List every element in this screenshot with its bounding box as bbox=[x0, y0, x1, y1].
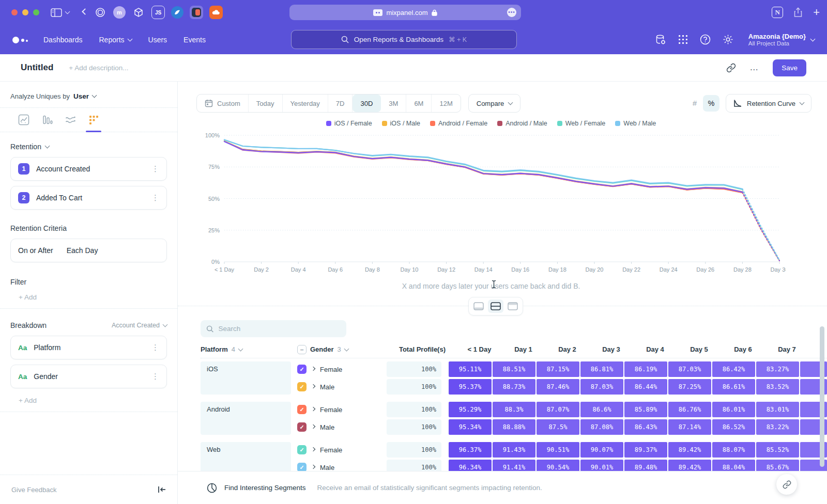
retention-cell[interactable]: 96.34% bbox=[449, 460, 492, 471]
retention-cell[interactable]: 85.52% bbox=[756, 442, 799, 458]
data-management-icon[interactable] bbox=[655, 34, 666, 45]
close-window-button[interactable] bbox=[11, 9, 18, 15]
series-checkbox[interactable]: ✓ bbox=[297, 365, 307, 374]
retention-cell[interactable]: 87.15% bbox=[537, 361, 579, 377]
retention-step-1[interactable]: 1 Account Created ⋮ bbox=[10, 157, 167, 181]
extension-cloud-icon[interactable] bbox=[209, 6, 223, 19]
retention-cell[interactable]: 86.81% bbox=[580, 361, 623, 377]
global-search[interactable]: Open Reports & Dashboards ⌘ + K bbox=[291, 30, 517, 49]
report-title[interactable]: Untitled bbox=[21, 62, 53, 73]
retention-grid-icon[interactable] bbox=[87, 114, 100, 126]
analyze-value-dropdown[interactable]: User bbox=[73, 92, 89, 100]
nav-dashboards[interactable]: Dashboards bbox=[43, 36, 83, 44]
bar-chart-icon[interactable] bbox=[41, 114, 53, 126]
retention-cell[interactable]: 90.51% bbox=[537, 442, 579, 458]
retention-cell[interactable]: 88.88% bbox=[493, 419, 535, 435]
more-options-icon[interactable]: … bbox=[749, 62, 759, 73]
collapse-sidebar-icon[interactable] bbox=[158, 486, 166, 493]
series-checkbox[interactable]: ✓ bbox=[297, 382, 307, 391]
flow-chart-icon[interactable] bbox=[64, 114, 76, 126]
nav-reports[interactable]: Reports bbox=[99, 36, 132, 44]
retention-cell[interactable]: 90.54% bbox=[537, 460, 579, 471]
legend-item[interactable]: Web / Female bbox=[557, 120, 606, 127]
extension-red-icon[interactable] bbox=[190, 6, 203, 19]
retention-cell[interactable]: 88.51% bbox=[493, 361, 535, 377]
range-custom[interactable]: Custom bbox=[197, 94, 249, 112]
step-options-icon[interactable]: ⋮ bbox=[151, 164, 159, 174]
retention-cell[interactable]: 90.07% bbox=[580, 442, 623, 458]
platform-column-header[interactable]: Platform 4 bbox=[201, 345, 297, 353]
breakdown-gender[interactable]: Aa Gender ⋮ bbox=[10, 365, 167, 388]
retention-cell[interactable]: 88.3% bbox=[493, 402, 535, 417]
day-column-header[interactable]: < 1 Day bbox=[458, 345, 501, 353]
retention-cell[interactable]: 87.08% bbox=[580, 419, 623, 435]
minimize-window-button[interactable] bbox=[22, 9, 28, 15]
help-icon[interactable] bbox=[700, 34, 711, 45]
retention-cell[interactable]: 95.29% bbox=[449, 402, 492, 417]
extension-bird-icon[interactable] bbox=[171, 6, 183, 19]
nav-users[interactable]: Users bbox=[148, 36, 167, 44]
retention-cell[interactable]: 91.41% bbox=[493, 460, 535, 471]
extensions-menu-icon[interactable]: ••• bbox=[507, 8, 516, 17]
window-controls[interactable] bbox=[11, 9, 39, 15]
retention-cell[interactable]: 86.76% bbox=[668, 402, 711, 417]
day-column-header[interactable]: Day 4 bbox=[634, 345, 677, 353]
legend-item[interactable]: iOS / Male bbox=[382, 120, 420, 127]
share-icon[interactable] bbox=[793, 7, 803, 18]
add-breakdown-button[interactable]: + Add bbox=[10, 390, 167, 412]
back-icon[interactable] bbox=[83, 11, 87, 14]
retention-cell[interactable]: 83.01% bbox=[756, 402, 799, 417]
range-3m[interactable]: 3M bbox=[381, 94, 406, 112]
share-link-fab[interactable] bbox=[776, 474, 797, 495]
retention-cell[interactable]: 86.52% bbox=[712, 419, 755, 435]
retention-line-chart[interactable]: 0%25%50%75%100%< 1 DayDay 2Day 4Day 6Day… bbox=[196, 131, 786, 279]
range-12m[interactable]: 12M bbox=[432, 94, 460, 112]
retention-cell[interactable]: 83.27% bbox=[756, 361, 799, 377]
retention-cell[interactable]: 89.42% bbox=[668, 460, 711, 471]
retention-cell[interactable]: 88.04% bbox=[712, 460, 755, 471]
view-selector-dropdown[interactable]: Retention Curve bbox=[726, 94, 811, 113]
retention-cell[interactable]: 89.37% bbox=[624, 442, 667, 458]
platform-cell[interactable]: Android bbox=[201, 402, 291, 435]
new-tab-icon[interactable]: + bbox=[813, 7, 820, 18]
maximize-window-button[interactable] bbox=[33, 9, 39, 15]
compare-button[interactable]: Compare bbox=[468, 94, 520, 113]
breakdown-scope-dropdown[interactable]: Account Created bbox=[112, 322, 167, 329]
retention-cell[interactable]: 87.14% bbox=[668, 419, 711, 435]
legend-item[interactable]: Web / Male bbox=[615, 120, 656, 127]
retention-cell[interactable]: 85.89% bbox=[624, 402, 667, 417]
retention-cell[interactable]: 96.37% bbox=[449, 442, 492, 458]
save-button[interactable]: Save bbox=[773, 59, 806, 76]
retention-section-heading[interactable]: Retention bbox=[10, 143, 167, 151]
range-yesterday[interactable]: Yesterday bbox=[283, 94, 328, 112]
breakdown-options-icon[interactable]: ⋮ bbox=[151, 372, 159, 381]
retention-cell[interactable]: 87.03% bbox=[580, 379, 623, 395]
expand-row-icon[interactable] bbox=[311, 464, 315, 468]
total-profiles-header[interactable]: Total Profile(s) bbox=[393, 345, 451, 353]
add-description[interactable]: + Add description... bbox=[69, 64, 128, 72]
retention-cell[interactable]: 89.42% bbox=[668, 442, 711, 458]
retention-cell[interactable]: 95.34% bbox=[449, 419, 492, 435]
platform-cell[interactable]: iOS bbox=[201, 361, 291, 395]
expand-row-icon[interactable] bbox=[311, 424, 315, 428]
retention-cell[interactable]: 86.01% bbox=[712, 402, 755, 417]
day-column-header[interactable]: Day 2 bbox=[546, 345, 589, 353]
extension-ring-icon[interactable] bbox=[94, 6, 107, 19]
apps-grid-icon[interactable] bbox=[678, 35, 688, 44]
add-filter-button[interactable]: + Add bbox=[10, 287, 167, 308]
day-column-header[interactable]: Day 6 bbox=[722, 345, 764, 353]
retention-cell[interactable]: 86.19% bbox=[624, 361, 667, 377]
series-checkbox[interactable]: ✓ bbox=[297, 445, 307, 454]
platform-cell[interactable]: Web bbox=[201, 442, 291, 471]
retention-cell[interactable]: 83.22% bbox=[756, 419, 799, 435]
retention-cell[interactable]: 88.73% bbox=[493, 379, 535, 395]
address-bar[interactable]: mixpanel.com ••• bbox=[289, 5, 521, 20]
retention-cell[interactable]: 87.25% bbox=[668, 379, 711, 395]
series-checkbox[interactable]: ✓ bbox=[297, 405, 307, 414]
day-column-header[interactable]: Day 3 bbox=[590, 345, 633, 353]
retention-criteria-selector[interactable]: On or After Each Day bbox=[10, 239, 167, 262]
expand-row-icon[interactable] bbox=[311, 366, 315, 370]
retention-cell[interactable]: 86.61% bbox=[712, 379, 755, 395]
retention-cell[interactable]: 87.03% bbox=[668, 361, 711, 377]
retention-cell[interactable]: 95.37% bbox=[449, 379, 492, 395]
